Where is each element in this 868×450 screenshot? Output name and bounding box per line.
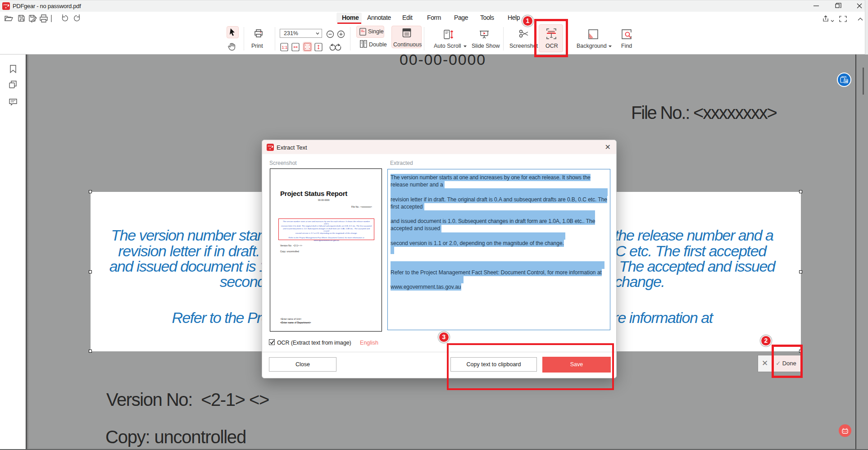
svg-text:1:1: 1:1 [282, 45, 288, 50]
svg-text:W: W [845, 80, 848, 83]
